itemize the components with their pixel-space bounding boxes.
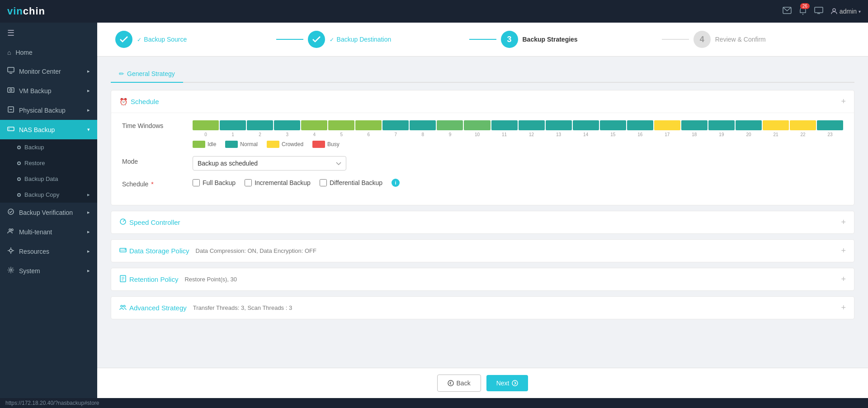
advanced-strategy-header[interactable]: Advanced Strategy Transfer Threads: 3, S… bbox=[111, 297, 854, 319]
time-cell-16[interactable] bbox=[627, 120, 653, 130]
time-cell-17[interactable] bbox=[654, 120, 680, 130]
sidebar-home-label: Home bbox=[15, 49, 32, 56]
time-cell-15[interactable] bbox=[600, 120, 626, 130]
step4-label: Review & Confirm bbox=[715, 36, 766, 43]
sidebar-item-home[interactable]: ⌂ Home bbox=[0, 43, 97, 62]
speed-controller-header[interactable]: Speed Controller + bbox=[111, 211, 854, 233]
monitor-arrow-icon: ▸ bbox=[87, 68, 90, 74]
time-cell-6[interactable] bbox=[355, 120, 382, 130]
differential-backup-checkbox[interactable] bbox=[320, 179, 327, 186]
time-cell-18[interactable] bbox=[681, 120, 708, 130]
time-cell-1[interactable] bbox=[220, 120, 246, 130]
sidebar-item-monitor[interactable]: Monitor Center ▸ bbox=[0, 62, 97, 81]
time-cell-3[interactable] bbox=[274, 120, 300, 130]
data-storage-header[interactable]: Data Storage Policy Data Compression: ON… bbox=[111, 240, 854, 262]
legend-normal: Normal bbox=[225, 141, 258, 148]
backup-verification-arrow-icon: ▸ bbox=[87, 209, 90, 215]
time-bar-wrapper: 01234567891011121314151617181920212223 bbox=[193, 120, 843, 137]
sidebar-item-physical-backup[interactable]: Physical Backup ▸ bbox=[0, 100, 97, 120]
user-dropdown-icon: ▾ bbox=[859, 9, 861, 14]
full-backup-label: Full Backup bbox=[203, 179, 236, 186]
time-cell-11[interactable] bbox=[491, 120, 518, 130]
sidebar-sub-backup[interactable]: Backup bbox=[0, 139, 97, 155]
messages-icon[interactable] bbox=[783, 7, 792, 16]
legend-busy-label: Busy bbox=[327, 141, 340, 147]
user-menu[interactable]: admin ▾ bbox=[830, 8, 861, 15]
edit-icon: ✏ bbox=[119, 70, 124, 77]
sidebar-item-system[interactable]: System ▸ bbox=[0, 261, 97, 280]
back-button[interactable]: Back bbox=[437, 375, 481, 392]
sidebar-backup-copy-label: Backup Copy bbox=[24, 191, 59, 198]
time-cell-5[interactable] bbox=[328, 120, 354, 130]
user-name: admin bbox=[840, 8, 857, 15]
physical-backup-arrow-icon: ▸ bbox=[87, 107, 90, 113]
sidebar-item-resources[interactable]: Resources ▸ bbox=[0, 242, 97, 261]
time-cell-12[interactable] bbox=[519, 120, 545, 130]
schedule-section: ⏰ Schedule + Time Windows 01234567891011… bbox=[111, 90, 854, 205]
sidebar-monitor-label: Monitor Center bbox=[19, 68, 61, 75]
sidebar-item-backup-verification[interactable]: Backup Verification ▸ bbox=[0, 203, 97, 222]
retention-expand-icon[interactable]: + bbox=[841, 275, 846, 284]
incremental-backup-checkbox[interactable] bbox=[245, 179, 252, 186]
data-storage-subtitle: Data Compression: ON, Data Encryption: O… bbox=[196, 247, 316, 254]
mode-select[interactable]: Backup as scheduled Stop when Busy Alway… bbox=[193, 156, 346, 171]
sidebar-physical-backup-label: Physical Backup bbox=[19, 107, 66, 114]
step-connector-2 bbox=[469, 39, 496, 40]
time-cell-20[interactable] bbox=[736, 120, 762, 130]
time-cell-19[interactable] bbox=[708, 120, 735, 130]
nas-backup-arrow-icon: ▾ bbox=[87, 127, 90, 133]
speed-controller-title: Speed Controller bbox=[119, 218, 180, 227]
sidebar-sub-restore[interactable]: Restore bbox=[0, 155, 97, 171]
mode-label: Mode bbox=[122, 156, 185, 165]
schedule-row: Schedule * Full Backup Incremental bbox=[122, 179, 843, 188]
sidebar-toggle[interactable]: ☰ bbox=[0, 23, 97, 43]
advanced-expand-icon[interactable]: + bbox=[841, 303, 846, 313]
full-backup-checkbox[interactable] bbox=[193, 179, 200, 186]
time-cell-22[interactable] bbox=[790, 120, 816, 130]
sidebar-sub-backup-data[interactable]: Backup Data bbox=[0, 171, 97, 187]
notifications-icon[interactable]: 26 bbox=[799, 6, 807, 17]
time-cell-14[interactable] bbox=[573, 120, 599, 130]
schedule-info-icon[interactable]: i bbox=[392, 179, 400, 187]
time-cell-4[interactable] bbox=[301, 120, 327, 130]
full-backup-option: Full Backup bbox=[193, 179, 236, 186]
time-cell-9[interactable] bbox=[437, 120, 463, 130]
sidebar-item-vm-backup[interactable]: VM Backup ▸ bbox=[0, 81, 97, 100]
time-cell-13[interactable] bbox=[546, 120, 572, 130]
time-cell-10[interactable] bbox=[464, 120, 490, 130]
back-label: Back bbox=[457, 380, 471, 387]
svg-point-25 bbox=[125, 249, 126, 250]
multi-tenant-arrow-icon: ▸ bbox=[87, 229, 90, 235]
advanced-strategy-section: Advanced Strategy Transfer Threads: 3, S… bbox=[111, 296, 854, 319]
tab-general-strategy[interactable]: ✏ General Strategy bbox=[111, 66, 183, 83]
time-cell-21[interactable] bbox=[763, 120, 789, 130]
schedule-section-header[interactable]: ⏰ Schedule + bbox=[111, 90, 854, 113]
sidebar-item-multi-tenant[interactable]: Multi-tenant ▸ bbox=[0, 222, 97, 242]
schedule-expand-icon[interactable]: + bbox=[841, 97, 846, 106]
time-cell-8[interactable] bbox=[410, 120, 436, 130]
time-label-7: 7 bbox=[382, 132, 409, 137]
sidebar-sub-backup-copy[interactable]: Backup Copy ▸ bbox=[0, 187, 97, 203]
time-cell-0[interactable] bbox=[193, 120, 219, 130]
sidebar-item-nas-backup[interactable]: NAS Backup ▾ bbox=[0, 120, 97, 139]
schedule-icon: ⏰ bbox=[119, 98, 128, 106]
status-bar: https://172.18.20.40/?nasbackup#store bbox=[0, 398, 868, 408]
legend-idle-label: Idle bbox=[208, 141, 216, 147]
tab-general-label: General Strategy bbox=[127, 70, 175, 77]
time-label-9: 9 bbox=[437, 132, 463, 137]
speed-expand-icon[interactable]: + bbox=[841, 218, 846, 227]
time-label-13: 13 bbox=[546, 132, 572, 137]
time-cell-7[interactable] bbox=[382, 120, 409, 130]
display-icon[interactable] bbox=[814, 7, 823, 16]
data-storage-expand-icon[interactable]: + bbox=[841, 246, 846, 256]
step1-label: ✓ Backup Source bbox=[137, 36, 187, 43]
backup-copy-arrow-icon: ▸ bbox=[87, 192, 90, 198]
main-layout: ☰ ⌂ Home Monitor Center ▸ VM Backup ▸ Ph… bbox=[0, 23, 868, 398]
time-label-17: 17 bbox=[654, 132, 680, 137]
time-cell-2[interactable] bbox=[247, 120, 273, 130]
next-button[interactable]: Next bbox=[486, 375, 528, 391]
time-cell-23[interactable] bbox=[817, 120, 843, 130]
retention-policy-header[interactable]: Retention Policy Restore Point(s), 30 + bbox=[111, 268, 854, 290]
schedule-options-row: Full Backup Incremental Backup Different… bbox=[193, 179, 843, 187]
time-label-6: 6 bbox=[355, 132, 382, 137]
